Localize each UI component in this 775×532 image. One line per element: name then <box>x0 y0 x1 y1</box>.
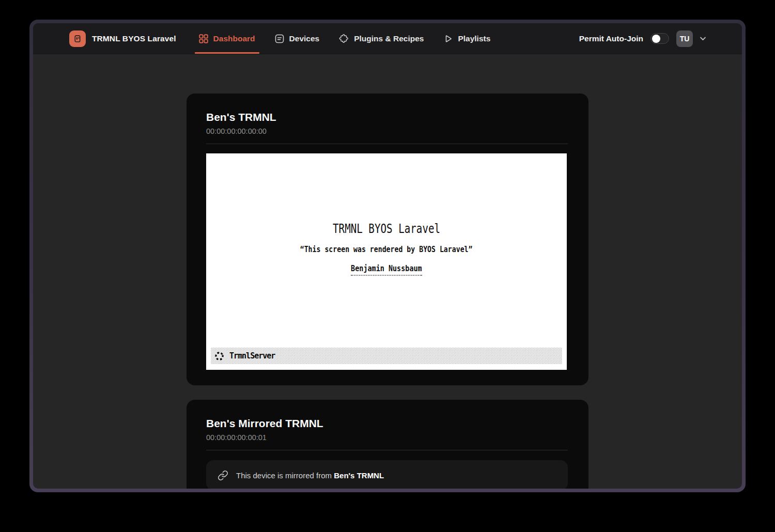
nav-item-devices[interactable]: Devices <box>275 23 320 54</box>
screen-quote: “This screen was rendered by BYOS Larave… <box>300 244 473 255</box>
link-icon <box>218 470 228 481</box>
permit-auto-join-toggle[interactable] <box>650 33 669 44</box>
window-body: TRMNL BYOS Laravel Dashboard <box>33 23 742 489</box>
top-navbar: TRMNL BYOS Laravel Dashboard <box>33 23 742 54</box>
nav-item-plugins-recipes[interactable]: Plugins & Recipes <box>339 23 424 54</box>
app-window: TRMNL BYOS Laravel Dashboard <box>29 20 746 492</box>
device-mac-address: 00:00:00:00:00:00 <box>206 126 568 136</box>
spinner-icon <box>214 351 224 361</box>
device-screen-preview: TRMNL BYOS Laravel “This screen was rend… <box>206 153 567 370</box>
mirror-note-prefix: This device is mirrored from <box>236 471 334 480</box>
device-name: Ben's Mirrored TRMNL <box>206 416 568 431</box>
device-name: Ben's TRMNL <box>206 110 568 124</box>
screen-status-bar: TrmnlServer <box>211 348 562 364</box>
mirror-note: This device is mirrored from Ben's TRMNL <box>236 471 384 480</box>
reader-icon <box>275 34 284 43</box>
play-icon <box>443 34 453 43</box>
navbar-inner: TRMNL BYOS Laravel Dashboard <box>57 23 718 54</box>
chevron-down-icon[interactable] <box>700 37 706 41</box>
nav-label: Devices <box>289 34 320 43</box>
device-card: Ben's TRMNL 00:00:00:00:00:00 TRMNL BYOS… <box>187 93 588 385</box>
nav-label: Dashboard <box>213 34 255 43</box>
screen-title: TRMNL BYOS Laravel <box>333 222 440 236</box>
screen-author: Benjamin Nussbaum <box>351 263 422 276</box>
nav-item-playlists[interactable]: Playlists <box>443 23 490 54</box>
dashboard-content: Ben's TRMNL 00:00:00:00:00:00 TRMNL BYOS… <box>33 54 742 489</box>
device-mac-address: 00:00:00:00:00:01 <box>206 432 568 443</box>
trmnl-logo-icon <box>69 30 86 47</box>
brand[interactable]: TRMNL BYOS Laravel <box>69 30 176 47</box>
nav-item-dashboard[interactable]: Dashboard <box>199 23 255 54</box>
toggle-knob <box>652 35 660 43</box>
brand-title: TRMNL BYOS Laravel <box>92 34 176 43</box>
header-right: Permit Auto-Join TU <box>579 30 706 47</box>
puzzle-icon <box>339 34 349 43</box>
divider <box>206 144 568 144</box>
nav-label: Plugins & Recipes <box>354 34 424 43</box>
user-avatar[interactable]: TU <box>676 30 693 47</box>
divider <box>206 450 568 450</box>
mirror-info-box: This device is mirrored from Ben's TRMNL <box>206 460 568 489</box>
nav-label: Playlists <box>458 34 490 43</box>
screen-status-label: TrmnlServer <box>229 351 275 361</box>
main-nav: Dashboard Devices <box>199 23 491 54</box>
mirror-source-device: Ben's TRMNL <box>334 471 384 480</box>
grid-icon <box>199 34 208 43</box>
permit-auto-join-label: Permit Auto-Join <box>579 34 643 43</box>
device-card: Ben's Mirrored TRMNL 00:00:00:00:00:01 T… <box>187 400 588 489</box>
